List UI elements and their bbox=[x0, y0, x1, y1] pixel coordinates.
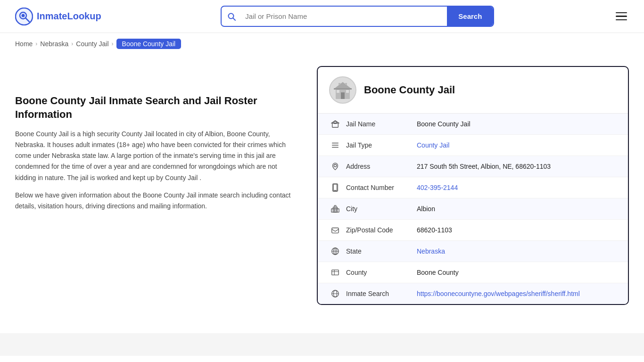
zip-icon bbox=[329, 226, 341, 234]
chevron-icon: › bbox=[71, 41, 73, 47]
row-value-link[interactable]: Nebraska bbox=[417, 247, 445, 255]
search-input[interactable] bbox=[241, 8, 447, 25]
table-row: Address217 South 5th Street, Albion, NE,… bbox=[318, 156, 628, 177]
row-label: Jail Name bbox=[346, 120, 417, 128]
table-row: Zip/Postal Code68620-1103 bbox=[318, 220, 628, 241]
row-value-link[interactable]: County Jail bbox=[417, 141, 449, 149]
building-icon bbox=[329, 120, 341, 128]
row-value: 402-395-2144 bbox=[417, 184, 617, 191]
row-value: County Jail bbox=[417, 141, 617, 149]
table-row: Jail NameBoone County Jail bbox=[318, 114, 628, 135]
svg-rect-23 bbox=[331, 209, 339, 212]
chevron-icon: › bbox=[35, 41, 37, 47]
card-header: Boone County Jail bbox=[318, 67, 628, 114]
globe-icon bbox=[329, 247, 341, 255]
svg-rect-28 bbox=[332, 228, 339, 233]
row-value: 217 South 5th Street, Albion, NE, 68620-… bbox=[417, 163, 617, 170]
row-value: Boone County bbox=[417, 269, 617, 276]
row-label: Jail Type bbox=[346, 141, 417, 149]
svg-rect-13 bbox=[339, 83, 340, 85]
row-label: City bbox=[346, 205, 417, 213]
row-label: Address bbox=[346, 163, 417, 170]
table-row: Jail TypeCounty Jail bbox=[318, 135, 628, 156]
row-value: Albion bbox=[417, 205, 617, 213]
list-icon bbox=[329, 141, 341, 149]
menu-icon[interactable] bbox=[614, 10, 629, 23]
table-row: CountyBoone County bbox=[318, 262, 628, 283]
location-icon bbox=[329, 162, 341, 171]
svg-rect-12 bbox=[334, 88, 352, 90]
search-icon bbox=[222, 8, 241, 25]
breadcrumb-home[interactable]: Home bbox=[15, 40, 33, 48]
search-area: Search bbox=[221, 6, 494, 27]
svg-rect-24 bbox=[333, 207, 338, 212]
logo-icon bbox=[15, 8, 33, 25]
city-icon bbox=[329, 205, 341, 213]
table-row: Inmate Searchhttps://boonecountyne.gov/w… bbox=[318, 283, 628, 304]
svg-marker-17 bbox=[331, 121, 339, 123]
jail-info-card: Boone County Jail Jail NameBoone County … bbox=[317, 66, 629, 305]
row-label: Zip/Postal Code bbox=[346, 226, 417, 234]
row-value-link[interactable]: https://boonecountyne.gov/webpages/sheri… bbox=[417, 290, 580, 297]
main-content: Boone County Jail Inmate Search and Jail… bbox=[0, 57, 644, 324]
page-heading: Boone County Jail Inmate Search and Jail… bbox=[15, 94, 298, 121]
row-label: Contact Number bbox=[346, 184, 417, 191]
search-button[interactable]: Search bbox=[447, 7, 493, 26]
row-value-link[interactable]: 402-395-2144 bbox=[417, 184, 458, 191]
breadcrumb-current: Boone County Jail bbox=[116, 39, 182, 49]
svg-point-21 bbox=[334, 165, 336, 167]
search-wrapper: Search bbox=[221, 6, 494, 27]
svg-rect-33 bbox=[332, 270, 339, 275]
row-label: County bbox=[346, 269, 417, 276]
breadcrumb-state[interactable]: Nebraska bbox=[40, 40, 68, 48]
jail-building-icon bbox=[332, 79, 354, 101]
description-para-2: Below we have given information about th… bbox=[15, 190, 298, 212]
row-value: Nebraska bbox=[417, 247, 617, 255]
info-table: Jail NameBoone County JailJail TypeCount… bbox=[318, 114, 628, 304]
svg-rect-27 bbox=[336, 210, 337, 211]
logo-text: InmateLookup bbox=[37, 11, 101, 22]
table-row: Contact Number402-395-2144 bbox=[318, 177, 628, 198]
header: InmateLookup Search bbox=[0, 0, 644, 33]
phone-icon bbox=[329, 183, 341, 192]
county-icon bbox=[329, 268, 341, 277]
svg-rect-14 bbox=[345, 83, 347, 85]
breadcrumb: Home › Nebraska › County Jail › Boone Co… bbox=[0, 33, 644, 57]
svg-marker-8 bbox=[334, 82, 351, 89]
svg-line-5 bbox=[233, 18, 235, 20]
svg-rect-26 bbox=[334, 210, 335, 211]
row-value: 68620-1103 bbox=[417, 226, 617, 234]
footer-bar bbox=[0, 333, 644, 356]
svg-point-3 bbox=[22, 14, 25, 17]
breadcrumb-type[interactable]: County Jail bbox=[76, 40, 108, 48]
table-row: StateNebraska bbox=[318, 241, 628, 262]
card-title: Boone County Jail bbox=[364, 84, 455, 96]
chevron-icon: › bbox=[112, 41, 114, 47]
row-value: https://boonecountyne.gov/webpages/sheri… bbox=[417, 290, 617, 297]
svg-rect-9 bbox=[341, 92, 345, 99]
svg-rect-10 bbox=[337, 90, 339, 93]
left-column: Boone County Jail Inmate Search and Jail… bbox=[15, 66, 317, 218]
search-link-icon bbox=[329, 289, 341, 298]
jail-avatar bbox=[329, 76, 356, 104]
row-label: State bbox=[346, 247, 417, 255]
logo[interactable]: InmateLookup bbox=[15, 8, 101, 25]
svg-rect-11 bbox=[346, 90, 349, 93]
table-row: CityAlbion bbox=[318, 198, 628, 220]
row-label: Inmate Search bbox=[346, 290, 417, 297]
row-value: Boone County Jail bbox=[417, 120, 617, 128]
description-para-1: Boone County Jail is a high security Cou… bbox=[15, 129, 298, 183]
